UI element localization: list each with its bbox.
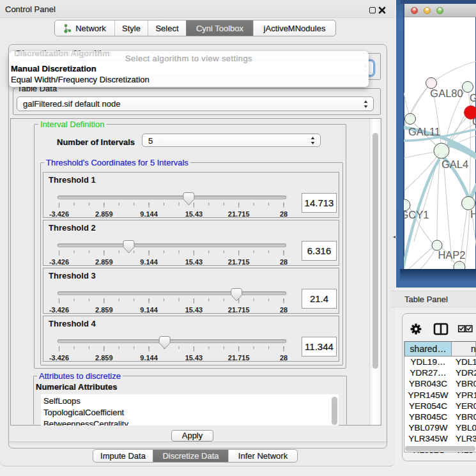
svg-text:9.144: 9.144	[140, 354, 158, 362]
svg-text:28: 28	[280, 354, 288, 362]
svg-text:28: 28	[280, 210, 288, 218]
svg-text:21.715: 21.715	[228, 306, 250, 314]
svg-text:9.144: 9.144	[140, 258, 158, 266]
svg-text:9.144: 9.144	[140, 210, 158, 218]
svg-text:2.859: 2.859	[95, 210, 113, 218]
svg-text:28: 28	[280, 258, 288, 266]
svg-text:15.43: 15.43	[185, 258, 203, 266]
svg-text:C: C	[472, 116, 476, 127]
svg-text:GAL80: GAL80	[430, 88, 463, 99]
svg-text:Threshold 4: Threshold 4	[49, 319, 96, 328]
svg-text:H: H	[470, 208, 476, 220]
svg-text:-3.426: -3.426	[49, 354, 69, 362]
svg-text:GCY1: GCY1	[404, 209, 429, 220]
svg-text:2.859: 2.859	[95, 306, 113, 314]
svg-text:2.859: 2.859	[95, 354, 113, 362]
svg-text:15.43: 15.43	[185, 354, 203, 362]
svg-text:-3.426: -3.426	[49, 258, 69, 266]
svg-text:-3.426: -3.426	[49, 306, 69, 314]
svg-text:21.715: 21.715	[228, 258, 250, 266]
svg-text:GAL11: GAL11	[408, 126, 440, 137]
svg-text:Threshold 2: Threshold 2	[49, 223, 96, 233]
svg-text:G: G	[470, 92, 476, 104]
svg-text:-3.426: -3.426	[49, 210, 69, 218]
svg-text:21.715: 21.715	[228, 354, 250, 362]
svg-text:Threshold 3: Threshold 3	[49, 271, 96, 280]
svg-text:9.144: 9.144	[140, 306, 158, 314]
svg-text:2.859: 2.859	[95, 258, 113, 266]
svg-text:21.715: 21.715	[228, 210, 250, 218]
svg-text:Threshold 1: Threshold 1	[49, 175, 96, 185]
svg-text:15.43: 15.43	[185, 306, 203, 314]
svg-text:HAP2: HAP2	[438, 249, 465, 261]
svg-text:GAL4: GAL4	[441, 158, 468, 170]
svg-text:15.43: 15.43	[185, 210, 203, 218]
svg-text:28: 28	[280, 306, 288, 314]
